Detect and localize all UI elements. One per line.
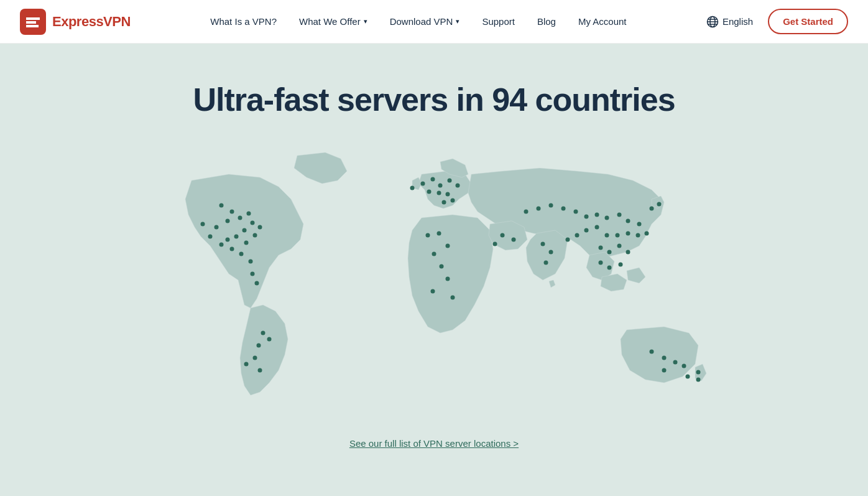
svg-point-12 [251,221,255,225]
svg-point-8 [226,219,230,223]
svg-point-79 [541,242,545,246]
main-content: Ultra-fast servers in 94 countries [0,44,868,496]
svg-point-46 [446,244,450,248]
svg-point-58 [561,207,566,211]
svg-point-38 [427,190,432,194]
nav-item-what-is-vpn[interactable]: What Is a VPN? [210,16,277,27]
svg-point-10 [238,216,242,220]
download-vpn-chevron-icon: ▾ [456,17,459,26]
nav-link-blog[interactable]: Blog [537,16,556,27]
svg-point-51 [451,296,455,300]
svg-point-45 [437,232,441,236]
logo[interactable]: ExpressVPN [20,9,131,35]
svg-point-85 [650,207,654,211]
svg-point-71 [616,233,620,238]
svg-point-39 [437,191,441,195]
svg-point-9 [215,225,219,230]
svg-point-48 [440,264,444,269]
svg-point-26 [255,281,259,286]
svg-point-22 [249,260,253,264]
get-started-button[interactable]: Get Started [768,9,848,34]
nav-item-download-vpn[interactable]: Download VPN ▾ [390,16,460,27]
nav-link-support[interactable]: Support [482,16,515,27]
svg-point-72 [626,232,630,236]
svg-point-63 [617,213,622,217]
language-selector[interactable]: English [706,16,753,28]
nav-link-what-we-offer[interactable]: What We Offer ▾ [299,16,367,27]
svg-point-13 [242,228,247,233]
navbar: ExpressVPN What Is a VPN? What We Offer … [0,0,868,44]
svg-point-40 [446,192,450,197]
svg-point-30 [258,368,262,373]
svg-point-66 [595,225,599,230]
svg-point-7 [230,210,234,214]
svg-point-54 [493,242,497,246]
nav-item-support[interactable]: Support [482,16,515,27]
svg-point-47 [432,252,436,256]
svg-point-41 [410,186,415,190]
svg-point-70 [605,233,609,238]
logo-text: ExpressVPN [52,14,131,30]
world-map-container [154,143,714,426]
svg-point-36 [448,179,452,183]
nav-links: What Is a VPN? What We Offer ▾ Download … [210,16,626,27]
svg-point-33 [421,182,425,186]
svg-point-17 [253,233,257,238]
svg-point-52 [501,233,505,238]
svg-point-86 [657,202,662,207]
svg-point-68 [575,233,579,238]
svg-point-76 [607,250,612,255]
svg-point-81 [544,261,548,265]
svg-point-55 [524,210,529,214]
svg-point-14 [234,235,239,239]
svg-point-65 [637,222,642,227]
nav-right: English Get Started [706,9,848,34]
svg-point-83 [607,266,612,270]
svg-point-32 [244,362,249,367]
svg-point-87 [650,350,654,354]
svg-point-84 [619,263,623,267]
svg-point-92 [662,368,667,373]
svg-point-28 [257,344,261,348]
svg-point-21 [239,252,244,256]
svg-point-20 [230,247,234,251]
expressvpn-logo-icon [20,9,46,35]
svg-point-6 [219,204,224,208]
nav-item-what-we-offer[interactable]: What We Offer ▾ [299,16,367,27]
svg-point-29 [253,356,257,360]
svg-point-31 [267,337,272,342]
svg-point-19 [219,243,224,247]
what-we-offer-chevron-icon: ▾ [364,17,367,26]
svg-point-88 [662,356,667,360]
svg-point-34 [431,177,435,182]
svg-point-77 [617,244,622,248]
svg-point-78 [626,250,630,255]
svg-point-75 [599,246,603,250]
svg-point-23 [208,235,213,239]
svg-point-37 [456,184,460,188]
nav-item-blog[interactable]: Blog [537,16,556,27]
svg-point-62 [605,216,609,220]
nav-item-my-account[interactable]: My Account [578,16,627,27]
svg-point-93 [696,370,701,375]
svg-point-49 [446,277,450,281]
server-locations-link[interactable]: See our full list of VPN server location… [349,438,519,449]
svg-point-82 [599,261,603,265]
page-title: Ultra-fast servers in 94 countries [193,81,675,118]
svg-point-91 [686,375,690,379]
svg-point-27 [261,331,265,335]
nav-link-what-is-vpn[interactable]: What Is a VPN? [210,16,277,27]
svg-point-42 [451,199,455,203]
nav-link-download-vpn[interactable]: Download VPN ▾ [390,16,460,27]
svg-point-69 [566,238,570,242]
svg-point-15 [226,238,230,242]
svg-point-74 [645,232,649,236]
svg-point-18 [258,225,262,230]
world-map [154,143,714,423]
svg-point-89 [673,360,678,365]
nav-link-my-account[interactable]: My Account [578,16,627,27]
svg-point-61 [595,213,599,217]
svg-point-57 [549,204,553,208]
svg-point-67 [584,228,589,233]
svg-point-64 [626,219,630,223]
